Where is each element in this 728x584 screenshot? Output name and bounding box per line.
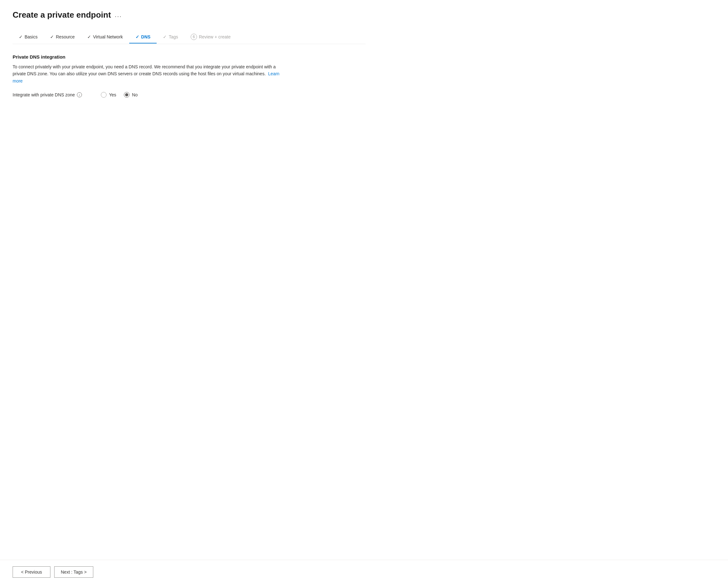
previous-button[interactable]: < Previous [12, 566, 50, 578]
radio-option-yes[interactable]: Yes [101, 92, 116, 98]
radio-option-no[interactable]: No [124, 92, 138, 98]
step-number-review: 6 [191, 34, 197, 40]
tab-review-create-label: Review + create [199, 34, 231, 39]
radio-no-input[interactable] [124, 92, 130, 98]
page-title: Create a private endpoint [12, 10, 111, 20]
field-label-text: Integrate with private DNS zone [12, 92, 75, 97]
page-container: Create a private endpoint ... ✓ Basics ✓… [0, 0, 378, 560]
tab-resource-label: Resource [56, 34, 75, 39]
tab-tags[interactable]: ✓ Tags [157, 31, 184, 43]
check-icon-virtual-network: ✓ [87, 34, 91, 39]
radio-yes-input[interactable] [101, 92, 106, 98]
check-icon-dns: ✓ [135, 34, 139, 39]
tab-virtual-network-label: Virtual Network [93, 34, 123, 39]
radio-group: Yes No [101, 92, 138, 98]
check-icon-basics: ✓ [19, 34, 23, 39]
dns-integration-field: Integrate with private DNS zone i Yes No [12, 92, 366, 98]
tab-resource[interactable]: ✓ Resource [44, 31, 81, 43]
description-text: To connect privately with your private e… [12, 64, 276, 76]
field-label: Integrate with private DNS zone i [12, 92, 95, 97]
page-title-row: Create a private endpoint ... [12, 10, 366, 20]
tab-basics-label: Basics [25, 34, 37, 39]
tab-dns-label: DNS [141, 34, 151, 39]
radio-no-label: No [132, 92, 138, 97]
radio-yes-label: Yes [109, 92, 116, 97]
footer: < Previous Next : Tags > [0, 560, 728, 584]
tab-dns[interactable]: ✓ DNS [129, 31, 157, 43]
check-icon-tags: ✓ [163, 34, 167, 39]
tab-navigation: ✓ Basics ✓ Resource ✓ Virtual Network ✓ … [12, 30, 366, 44]
tab-basics[interactable]: ✓ Basics [12, 31, 44, 43]
next-button[interactable]: Next : Tags > [54, 566, 93, 578]
tab-virtual-network[interactable]: ✓ Virtual Network [81, 31, 129, 43]
info-icon[interactable]: i [77, 92, 82, 97]
tab-review-create[interactable]: 6 Review + create [184, 30, 237, 44]
tab-tags-label: Tags [168, 34, 178, 39]
page-options-ellipsis[interactable]: ... [115, 11, 122, 19]
section-title: Private DNS integration [12, 54, 366, 59]
dns-section: Private DNS integration To connect priva… [12, 54, 366, 98]
section-description: To connect privately with your private e… [12, 63, 284, 84]
check-icon-resource: ✓ [50, 34, 54, 39]
